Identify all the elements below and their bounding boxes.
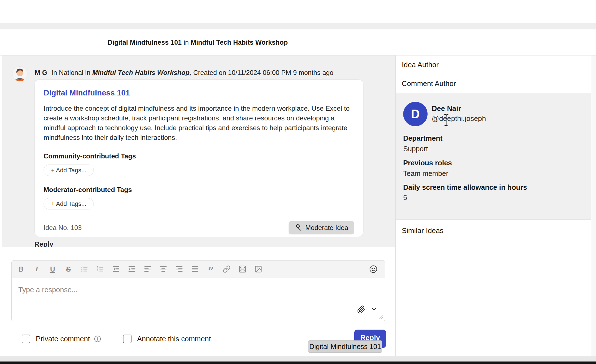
- field-label: Previous roles: [403, 159, 452, 167]
- text-cursor-ibeam: [443, 114, 449, 127]
- top-gray-band: [0, 23, 596, 29]
- comment-author-handle[interactable]: @deepthi.joseph: [432, 114, 486, 123]
- field-label: Daily screen time allowance in hours: [403, 183, 527, 191]
- annotate-comment-checkbox[interactable]: [123, 335, 132, 343]
- comment-author-name: Dee Nair: [432, 104, 461, 113]
- private-comment-checkbox[interactable]: [22, 335, 30, 343]
- similar-ideas-label: Similar Ideas: [402, 226, 443, 235]
- gavel-icon: [295, 224, 302, 231]
- sidebar-section-idea-author[interactable]: Idea Author: [396, 55, 591, 74]
- scrollbar-track[interactable]: [591, 55, 596, 356]
- italic-icon[interactable]: I: [32, 265, 41, 274]
- video-icon[interactable]: [238, 265, 247, 274]
- align-right-icon[interactable]: [175, 265, 183, 274]
- reply-editor-panel: B I U S 1 2 3: [2, 247, 395, 356]
- underline-icon[interactable]: U: [48, 265, 57, 274]
- chevron-down-icon[interactable]: [370, 305, 378, 313]
- breadcrumb-idea-title: Digital Mindfulness 101: [108, 39, 182, 46]
- comment-author-section-label: Comment Author: [402, 79, 456, 88]
- private-comment-option: Private comment: [22, 335, 101, 343]
- image-icon[interactable]: [254, 265, 262, 274]
- bulleted-list-icon[interactable]: [80, 265, 89, 274]
- idea-author-avatar[interactable]: [12, 67, 27, 81]
- outdent-icon[interactable]: [112, 265, 120, 274]
- cartoon-man-avatar-icon: [12, 67, 27, 81]
- bottom-gray-strip: [0, 356, 596, 362]
- comment-author-profile: D Dee Nair @deepthi.joseph Department Su…: [396, 93, 591, 220]
- link-icon[interactable]: [222, 265, 231, 274]
- idea-meta-location: in National in: [52, 69, 90, 76]
- add-moderator-tags-button[interactable]: + Add Tags...: [44, 198, 94, 209]
- page-header: Digital Mindfulness 101 in Mindful Tech …: [0, 29, 596, 55]
- private-comment-label: Private comment: [36, 335, 90, 343]
- resize-handle-icon[interactable]: [379, 315, 383, 319]
- moderate-idea-label: Moderate Idea: [305, 224, 348, 232]
- align-center-icon[interactable]: [159, 265, 168, 274]
- idea-author-initials: M G: [35, 69, 47, 76]
- idea-title[interactable]: Digital Mindfulness 101: [44, 89, 354, 97]
- indent-icon[interactable]: [127, 265, 136, 274]
- sidebar-section-comment-author[interactable]: Comment Author: [396, 74, 591, 93]
- idea-description: Introduce the concept of digital mindful…: [44, 103, 355, 142]
- tooltip: Digital Mindfulness 101: [308, 340, 382, 353]
- align-left-icon[interactable]: [143, 265, 152, 274]
- bottom-black-bar: [0, 362, 596, 364]
- idea-meta-created: Created on 10/11/2024 06:00 PM 9 months …: [193, 69, 333, 76]
- reply-placeholder: Type a response...: [18, 285, 78, 294]
- numbered-list-icon[interactable]: 1 2 3: [96, 265, 104, 274]
- strikethrough-icon[interactable]: S: [64, 265, 73, 274]
- moderator-tags-heading: Moderator-contributed Tags: [44, 186, 354, 194]
- community-tags-heading: Community-contributed Tags: [44, 152, 354, 160]
- blockquote-icon[interactable]: ”: [206, 265, 215, 274]
- idea-card: Digital Mindfulness 101 Introduce the co…: [35, 80, 363, 237]
- field-value: Team member: [403, 170, 448, 178]
- editor-toolbar: B I U S 1 2 3: [11, 260, 385, 278]
- bold-icon[interactable]: B: [17, 265, 25, 274]
- sidebar-section-similar-ideas[interactable]: Similar Ideas: [396, 220, 591, 235]
- field-value: 5: [403, 194, 407, 202]
- attachment-icon[interactable]: [357, 305, 365, 314]
- field-value: Support: [403, 145, 428, 153]
- field-label: Department: [403, 134, 443, 142]
- emoji-icon[interactable]: [369, 265, 378, 273]
- idea-meta-line: M G in National in Mindful Tech Habits W…: [35, 69, 334, 77]
- info-icon[interactable]: [94, 335, 101, 343]
- annotate-comment-label: Annotate this comment: [137, 335, 211, 343]
- annotate-comment-option: Annotate this comment: [123, 335, 211, 343]
- justify-icon[interactable]: [191, 265, 199, 274]
- svg-text:3: 3: [97, 270, 98, 273]
- idea-author-section-label: Idea Author: [402, 60, 439, 69]
- add-community-tags-button[interactable]: + Add Tags...: [44, 165, 94, 176]
- idea-main-column: M G in National in Mindful Tech Habits W…: [2, 55, 395, 247]
- comment-author-avatar[interactable]: D: [403, 102, 428, 126]
- idea-number: Idea No. 103: [44, 224, 82, 232]
- breadcrumb: Digital Mindfulness 101 in Mindful Tech …: [0, 29, 395, 55]
- reply-textarea[interactable]: Type a response...: [11, 278, 385, 321]
- moderate-idea-button[interactable]: Moderate Idea: [289, 221, 354, 234]
- breadcrumb-workshop-title: Mindful Tech Habits Workshop: [191, 39, 288, 46]
- breadcrumb-separator: in: [184, 39, 189, 46]
- idea-meta-workshop: Mindful Tech Habits Workshop,: [92, 69, 191, 76]
- idea-detail-page: Digital Mindfulness 101 in Mindful Tech …: [0, 0, 596, 364]
- right-sidebar: Idea Author Comment Author D Dee Nair @d…: [395, 55, 591, 356]
